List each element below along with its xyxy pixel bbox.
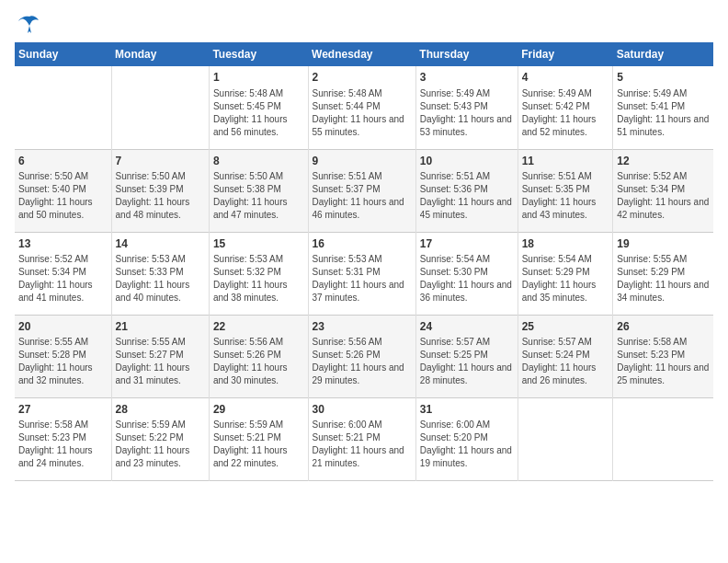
calendar-cell: 14Sunrise: 5:53 AMSunset: 5:33 PMDayligh… (111, 232, 209, 315)
page-header (15, 15, 713, 31)
day-info: Sunrise: 5:54 AMSunset: 5:29 PMDaylight:… (522, 253, 609, 304)
weekday-header-thursday: Thursday (415, 42, 518, 66)
calendar-cell: 1Sunrise: 5:48 AMSunset: 5:45 PMDaylight… (209, 66, 308, 149)
day-info: Sunrise: 5:48 AMSunset: 5:45 PMDaylight:… (213, 87, 304, 139)
calendar-table: SundayMondayTuesdayWednesdayThursdayFrid… (15, 42, 713, 481)
calendar-week-row: 6Sunrise: 5:50 AMSunset: 5:40 PMDaylight… (15, 149, 713, 232)
day-info: Sunrise: 5:50 AMSunset: 5:40 PMDaylight:… (18, 170, 108, 222)
calendar-cell: 31Sunrise: 6:00 AMSunset: 5:20 PMDayligh… (415, 397, 518, 480)
calendar-cell: 22Sunrise: 5:56 AMSunset: 5:26 PMDayligh… (209, 315, 308, 397)
day-number: 19 (617, 236, 710, 252)
calendar-cell: 4Sunrise: 5:49 AMSunset: 5:42 PMDaylight… (518, 66, 613, 149)
calendar-cell: 23Sunrise: 5:56 AMSunset: 5:26 PMDayligh… (308, 315, 415, 397)
day-info: Sunrise: 5:49 AMSunset: 5:43 PMDaylight:… (420, 87, 514, 139)
day-number: 29 (213, 402, 304, 418)
day-info: Sunrise: 5:59 AMSunset: 5:22 PMDaylight:… (116, 419, 205, 470)
day-info: Sunrise: 5:55 AMSunset: 5:29 PMDaylight:… (617, 253, 710, 304)
day-number: 24 (420, 319, 514, 335)
calendar-cell: 18Sunrise: 5:54 AMSunset: 5:29 PMDayligh… (518, 232, 613, 315)
calendar-cell: 12Sunrise: 5:52 AMSunset: 5:34 PMDayligh… (613, 149, 713, 232)
day-number: 3 (420, 70, 514, 86)
calendar-week-row: 27Sunrise: 5:58 AMSunset: 5:23 PMDayligh… (15, 397, 713, 480)
weekday-header-wednesday: Wednesday (308, 42, 415, 66)
day-number: 14 (116, 236, 205, 252)
weekday-header-sunday: Sunday (15, 42, 111, 66)
day-info: Sunrise: 5:49 AMSunset: 5:41 PMDaylight:… (617, 87, 710, 139)
calendar-cell: 7Sunrise: 5:50 AMSunset: 5:39 PMDaylight… (111, 149, 209, 232)
calendar-cell: 8Sunrise: 5:50 AMSunset: 5:38 PMDaylight… (209, 149, 308, 232)
calendar-cell: 30Sunrise: 6:00 AMSunset: 5:21 PMDayligh… (308, 397, 415, 480)
calendar-cell: 10Sunrise: 5:51 AMSunset: 5:36 PMDayligh… (415, 149, 518, 232)
calendar-week-row: 13Sunrise: 5:52 AMSunset: 5:34 PMDayligh… (15, 232, 713, 315)
calendar-cell: 13Sunrise: 5:52 AMSunset: 5:34 PMDayligh… (15, 232, 111, 315)
calendar-cell (613, 397, 713, 480)
weekday-header-saturday: Saturday (613, 42, 713, 66)
calendar-cell: 20Sunrise: 5:55 AMSunset: 5:28 PMDayligh… (15, 315, 111, 397)
day-number: 27 (18, 402, 108, 418)
day-number: 22 (213, 319, 304, 335)
calendar-cell: 11Sunrise: 5:51 AMSunset: 5:35 PMDayligh… (518, 149, 613, 232)
calendar-cell: 28Sunrise: 5:59 AMSunset: 5:22 PMDayligh… (111, 397, 209, 480)
day-info: Sunrise: 5:51 AMSunset: 5:35 PMDaylight:… (522, 170, 609, 222)
calendar-cell: 3Sunrise: 5:49 AMSunset: 5:43 PMDaylight… (415, 66, 518, 149)
day-info: Sunrise: 5:55 AMSunset: 5:28 PMDaylight:… (18, 336, 108, 387)
calendar-cell: 5Sunrise: 5:49 AMSunset: 5:41 PMDaylight… (613, 66, 713, 149)
day-info: Sunrise: 5:58 AMSunset: 5:23 PMDaylight:… (18, 419, 108, 470)
day-number: 23 (313, 319, 412, 335)
calendar-cell: 16Sunrise: 5:53 AMSunset: 5:31 PMDayligh… (308, 232, 415, 315)
day-info: Sunrise: 5:57 AMSunset: 5:24 PMDaylight:… (522, 336, 609, 387)
weekday-header-monday: Monday (111, 42, 209, 66)
calendar-cell: 24Sunrise: 5:57 AMSunset: 5:25 PMDayligh… (415, 315, 518, 397)
day-number: 1 (213, 70, 304, 86)
day-number: 21 (116, 319, 205, 335)
calendar-cell: 6Sunrise: 5:50 AMSunset: 5:40 PMDaylight… (15, 149, 111, 232)
day-info: Sunrise: 5:53 AMSunset: 5:33 PMDaylight:… (116, 253, 205, 304)
day-number: 6 (18, 154, 108, 169)
day-info: Sunrise: 5:59 AMSunset: 5:21 PMDaylight:… (213, 419, 304, 470)
calendar-cell (111, 66, 209, 149)
calendar-cell: 9Sunrise: 5:51 AMSunset: 5:37 PMDaylight… (308, 149, 415, 232)
day-info: Sunrise: 5:56 AMSunset: 5:26 PMDaylight:… (313, 336, 412, 387)
weekday-header-tuesday: Tuesday (209, 42, 308, 66)
day-info: Sunrise: 6:00 AMSunset: 5:21 PMDaylight:… (313, 419, 412, 470)
calendar-cell: 25Sunrise: 5:57 AMSunset: 5:24 PMDayligh… (518, 315, 613, 397)
day-info: Sunrise: 5:55 AMSunset: 5:27 PMDaylight:… (116, 336, 205, 387)
day-info: Sunrise: 5:52 AMSunset: 5:34 PMDaylight:… (617, 170, 710, 222)
day-number: 17 (420, 236, 514, 252)
calendar-cell: 26Sunrise: 5:58 AMSunset: 5:23 PMDayligh… (613, 315, 713, 397)
calendar-week-row: 20Sunrise: 5:55 AMSunset: 5:28 PMDayligh… (15, 315, 713, 397)
day-number: 16 (313, 236, 412, 252)
day-info: Sunrise: 5:54 AMSunset: 5:30 PMDaylight:… (420, 253, 514, 304)
day-info: Sunrise: 5:50 AMSunset: 5:38 PMDaylight:… (213, 170, 304, 222)
day-number: 13 (18, 236, 108, 252)
day-number: 20 (18, 319, 108, 335)
day-number: 26 (617, 319, 710, 335)
day-number: 25 (522, 319, 609, 335)
calendar-week-row: 1Sunrise: 5:48 AMSunset: 5:45 PMDaylight… (15, 66, 713, 149)
calendar-cell: 2Sunrise: 5:48 AMSunset: 5:44 PMDaylight… (308, 66, 415, 149)
day-number: 7 (116, 154, 205, 169)
day-number: 8 (213, 154, 304, 169)
calendar-cell: 17Sunrise: 5:54 AMSunset: 5:30 PMDayligh… (415, 232, 518, 315)
day-info: Sunrise: 5:56 AMSunset: 5:26 PMDaylight:… (213, 336, 304, 387)
day-number: 15 (213, 236, 304, 252)
day-info: Sunrise: 5:51 AMSunset: 5:37 PMDaylight:… (313, 170, 412, 222)
logo (15, 15, 42, 31)
weekday-header-friday: Friday (518, 42, 613, 66)
day-info: Sunrise: 5:51 AMSunset: 5:36 PMDaylight:… (420, 170, 514, 222)
calendar-cell (518, 397, 613, 480)
day-number: 31 (420, 402, 514, 418)
day-number: 12 (617, 154, 710, 169)
logo-bird-icon (17, 15, 42, 35)
day-info: Sunrise: 5:58 AMSunset: 5:23 PMDaylight:… (617, 336, 710, 387)
day-info: Sunrise: 6:00 AMSunset: 5:20 PMDaylight:… (420, 419, 514, 470)
calendar-cell (15, 66, 111, 149)
day-number: 4 (522, 70, 609, 86)
day-info: Sunrise: 5:53 AMSunset: 5:31 PMDaylight:… (313, 253, 412, 304)
day-number: 10 (420, 154, 514, 169)
calendar-header-row: SundayMondayTuesdayWednesdayThursdayFrid… (15, 42, 713, 66)
day-info: Sunrise: 5:50 AMSunset: 5:39 PMDaylight:… (116, 170, 205, 222)
day-number: 18 (522, 236, 609, 252)
day-info: Sunrise: 5:53 AMSunset: 5:32 PMDaylight:… (213, 253, 304, 304)
calendar-cell: 15Sunrise: 5:53 AMSunset: 5:32 PMDayligh… (209, 232, 308, 315)
